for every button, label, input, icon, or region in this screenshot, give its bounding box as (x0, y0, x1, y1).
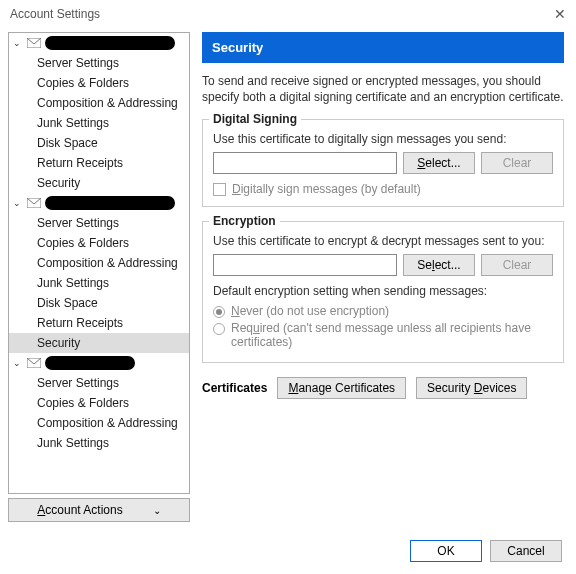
sidebar-item[interactable]: Composition & Addressing (9, 93, 189, 113)
chevron-down-icon: ⌄ (13, 198, 23, 208)
sidebar-item[interactable]: Disk Space (9, 293, 189, 313)
sidebar-item[interactable]: Junk Settings (9, 113, 189, 133)
window-title: Account Settings (10, 7, 100, 21)
sidebar-item[interactable]: Return Receipts (9, 313, 189, 333)
dialog-footer: OK Cancel (410, 540, 562, 562)
signing-cert-input[interactable] (213, 152, 397, 174)
sidebar-item[interactable]: Disk Space (9, 133, 189, 153)
sidebar-item[interactable]: Server Settings (9, 213, 189, 233)
sidebar-item[interactable]: Security (9, 173, 189, 193)
account-actions-button[interactable]: Account Actions ⌄ (8, 498, 190, 522)
sidebar-item[interactable]: Copies & Folders (9, 393, 189, 413)
close-icon[interactable]: ✕ (554, 6, 566, 22)
ok-button[interactable]: OK (410, 540, 482, 562)
cancel-button[interactable]: Cancel (490, 540, 562, 562)
encryption-cert-input[interactable] (213, 254, 397, 276)
encryption-clear-button[interactable]: Clear (481, 254, 553, 276)
group-title: Digital Signing (209, 112, 301, 126)
group-encryption: Encryption Use this certificate to encry… (202, 221, 564, 363)
sidebar-item[interactable]: Copies & Folders (9, 73, 189, 93)
envelope-icon (27, 358, 41, 368)
sidebar-item[interactable]: Return Receipts (9, 153, 189, 173)
account-name-redacted (45, 196, 175, 210)
sign-by-default-checkbox[interactable]: Digitally sign messages (by default) (213, 182, 553, 196)
sidebar-item[interactable]: Security (9, 333, 189, 353)
group-title: Encryption (209, 214, 280, 228)
radio-never[interactable]: Never (do not use encryption) (213, 304, 553, 318)
sidebar-item[interactable]: Copies & Folders (9, 233, 189, 253)
signing-select-button[interactable]: Select... (403, 152, 475, 174)
sidebar-item[interactable]: Composition & Addressing (9, 413, 189, 433)
radio-icon (213, 323, 225, 335)
account-name-redacted (45, 36, 175, 50)
account-name-redacted (45, 356, 135, 370)
encryption-hint: Use this certificate to encrypt & decryp… (213, 234, 553, 248)
account-header[interactable]: ⌄ (9, 353, 189, 373)
sidebar-item[interactable]: Composition & Addressing (9, 253, 189, 273)
encryption-select-button[interactable]: Select... (403, 254, 475, 276)
signing-hint: Use this certificate to digitally sign m… (213, 132, 553, 146)
certificates-label: Certificates (202, 381, 267, 395)
radio-required[interactable]: Required (can't send message unless all … (213, 321, 553, 349)
sidebar-item[interactable]: Server Settings (9, 53, 189, 73)
chevron-down-icon: ⌄ (13, 358, 23, 368)
manage-certificates-button[interactable]: Manage Certificates (277, 377, 406, 399)
chevron-down-icon: ⌄ (13, 38, 23, 48)
security-devices-button[interactable]: Security Devices (416, 377, 527, 399)
sidebar-item[interactable]: Junk Settings (9, 273, 189, 293)
envelope-icon (27, 38, 41, 48)
sidebar-wrap: ⌄Server SettingsCopies & FoldersComposit… (8, 32, 190, 522)
radio-icon (213, 306, 225, 318)
envelope-icon (27, 198, 41, 208)
content: ⌄Server SettingsCopies & FoldersComposit… (0, 28, 576, 526)
chevron-down-icon: ⌄ (153, 505, 161, 516)
sidebar-item[interactable]: Server Settings (9, 373, 189, 393)
certificates-row: Certificates Manage Certificates Securit… (202, 377, 564, 399)
panel-title: Security (202, 32, 564, 63)
account-header[interactable]: ⌄ (9, 193, 189, 213)
group-digital-signing: Digital Signing Use this certificate to … (202, 119, 564, 207)
account-tree[interactable]: ⌄Server SettingsCopies & FoldersComposit… (8, 32, 190, 494)
main-panel: Security To send and receive signed or e… (198, 32, 568, 522)
signing-clear-button[interactable]: Clear (481, 152, 553, 174)
sidebar-item[interactable]: Junk Settings (9, 433, 189, 453)
account-header[interactable]: ⌄ (9, 33, 189, 53)
default-encryption-label: Default encryption setting when sending … (213, 284, 553, 298)
panel-intro: To send and receive signed or encrypted … (202, 73, 564, 105)
titlebar: Account Settings ✕ (0, 0, 576, 28)
checkbox-icon (213, 183, 226, 196)
